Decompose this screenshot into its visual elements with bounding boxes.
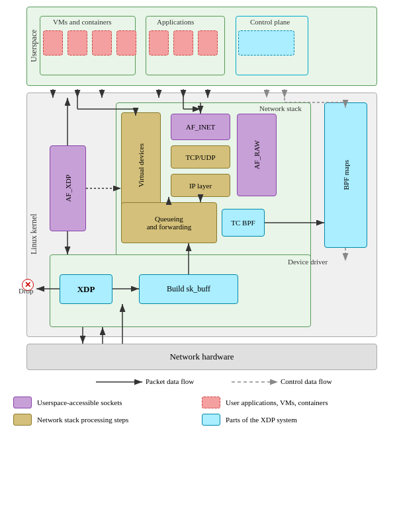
ctrl-block [238, 30, 294, 56]
legend-userapps-text: User applications, VMs, containers [226, 398, 328, 407]
legend-netstack-icon [13, 414, 32, 426]
vm-block-1 [43, 30, 63, 56]
ctrl-label: Control plane [250, 18, 290, 26]
legend-row-2: Network stack processing steps Parts of … [13, 414, 390, 426]
bpf-maps-box: BPF maps [324, 102, 367, 248]
diagram-container: Userspace VMs and containers Application… [0, 0, 399, 532]
legend-xdp-icon [202, 414, 220, 426]
devdriver-label: Device driver [288, 258, 328, 266]
nethw-box: Network hardware [26, 344, 377, 370]
af-raw-box: AF_RAW [237, 114, 277, 196]
legend-userapps-icon [202, 397, 220, 408]
legend-netstack-text: Network stack processing steps [37, 415, 128, 424]
drop-label: Drop [19, 287, 34, 295]
legend-item-userapps: User applications, VMs, containers [202, 397, 377, 408]
xdp-box: XDP [60, 274, 112, 304]
apps-label: Applications [157, 18, 194, 26]
app-block-2 [173, 30, 193, 56]
netstack-label: Network stack [259, 104, 302, 112]
legend-item-netstack: Network stack processing steps [13, 414, 189, 426]
legend-item-sockets: Userspace-accessible sockets [13, 397, 189, 408]
legend: Userspace-accessible sockets User applic… [13, 397, 390, 431]
af-inet-box: AF_INET [171, 114, 230, 140]
app-block-1 [149, 30, 169, 56]
legend-sockets-text: Userspace-accessible sockets [37, 398, 122, 407]
legend-row-1: Userspace-accessible sockets User applic… [13, 397, 390, 408]
tcp-udp-box: TCP/UDP [171, 145, 230, 169]
app-block-3 [198, 30, 218, 56]
packet-flow-label: Packet data flow [146, 377, 194, 385]
vms-label: VMs and containers [53, 18, 112, 26]
skbuff-box: Build sk_buff [139, 274, 238, 304]
vm-block-4 [116, 30, 136, 56]
queueing-box: Queueingand forwarding [121, 202, 217, 243]
ip-layer-box: IP layer [171, 174, 230, 197]
tc-bpf-box: TC BPF [222, 209, 265, 237]
kernel-label: Linux kernel [29, 96, 39, 254]
vm-block-2 [67, 30, 87, 56]
control-flow-label: Control data flow [281, 377, 332, 385]
legend-item-xdp: Parts of the XDP system [202, 414, 377, 426]
legend-xdp-text: Parts of the XDP system [226, 415, 297, 424]
userspace-label: Userspace [29, 9, 39, 62]
vm-block-3 [92, 30, 112, 56]
legend-sockets-icon [13, 397, 32, 408]
af-xdp-box: AF_XDP [50, 145, 86, 231]
